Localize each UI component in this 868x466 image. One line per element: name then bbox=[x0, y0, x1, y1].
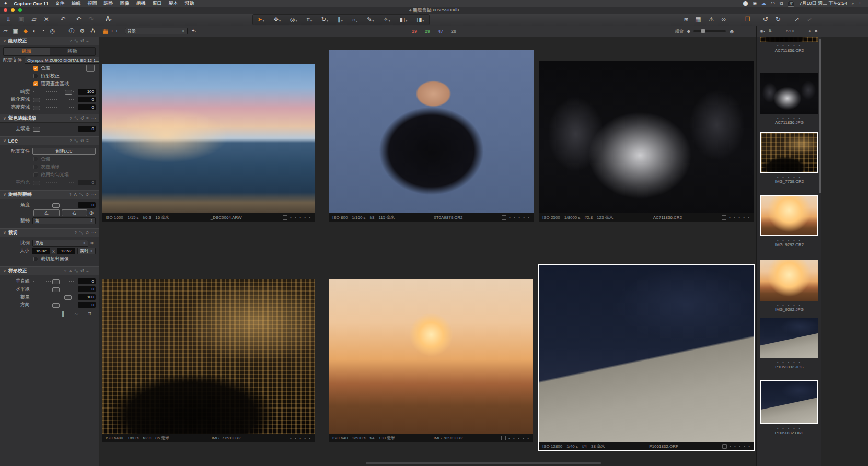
copy-adjustments-icon[interactable]: ⤡ bbox=[74, 138, 77, 144]
auto-adjust-icon[interactable]: A bbox=[74, 192, 77, 197]
straighten-tool-icon[interactable]: ↻▾ bbox=[317, 16, 333, 23]
more-icon[interactable]: ⋯ bbox=[91, 192, 96, 197]
notification-center-icon[interactable]: ≔ bbox=[859, 0, 864, 7]
edit-checkbox[interactable] bbox=[722, 444, 727, 449]
reset-icon[interactable]: ↺ bbox=[80, 269, 84, 274]
keystone-vertical-slider[interactable] bbox=[32, 278, 75, 285]
photo-thumbnail-beach-sunset[interactable] bbox=[102, 64, 315, 213]
checkbox-dust-removal[interactable] bbox=[33, 165, 38, 169]
filmstrip-item[interactable]: • • • • • AC711836.CR2 bbox=[757, 37, 821, 53]
white-balance-picker-icon[interactable]: ✧▾ bbox=[379, 16, 395, 23]
recipe-proofing-icon[interactable]: ∞ bbox=[717, 14, 730, 26]
edit-checkbox[interactable] bbox=[722, 215, 726, 220]
menu-window[interactable]: 窗口 bbox=[152, 0, 161, 7]
status-sync-icon[interactable]: ◉ bbox=[753, 0, 757, 7]
collapse-chevron-icon[interactable]: ∨ bbox=[3, 230, 6, 235]
details-tab-icon[interactable]: ◎ bbox=[50, 25, 55, 37]
library-tab-icon[interactable]: ▱ bbox=[3, 25, 7, 37]
browser-search-icon[interactable]: ⌕ bbox=[808, 29, 811, 34]
crop-tool-icon[interactable]: ⌗▾ bbox=[302, 16, 317, 23]
section-keystone[interactable]: ∨ 梯形校正 ?A⤡↺≡⋯ bbox=[0, 266, 99, 275]
filmstrip-item[interactable]: • • • • • IMG_9292.JPG bbox=[757, 260, 821, 312]
collapse-chevron-icon[interactable]: ∨ bbox=[3, 192, 6, 197]
rotate-right-button[interactable]: 右 bbox=[62, 209, 88, 216]
keystone-horizontal-value[interactable]: 0 bbox=[78, 286, 96, 292]
rating-dots[interactable]: • • • • • bbox=[290, 436, 311, 440]
browser-toggle-icon[interactable]: ❐ bbox=[741, 14, 754, 26]
more-icon[interactable]: ⋯ bbox=[91, 269, 96, 274]
defringe-slider[interactable] bbox=[32, 125, 75, 132]
menu-help[interactable]: 幫助 bbox=[184, 0, 194, 7]
crop-height-field[interactable]: 12.62 bbox=[57, 248, 75, 254]
menu-adjust[interactable]: 調整 bbox=[103, 0, 113, 7]
draw-mask-tool-icon[interactable]: ◧▾ bbox=[395, 16, 412, 23]
info-tab-icon[interactable]: ⓘ bbox=[68, 25, 74, 37]
undo-history-icon[interactable]: ↶ bbox=[73, 14, 85, 26]
heal-tool-icon[interactable]: ✎▾ bbox=[362, 16, 378, 23]
horizontal-scrollbar[interactable] bbox=[366, 462, 601, 464]
exposure-warning-icon[interactable]: ⚠ bbox=[705, 14, 718, 26]
checkbox-crop-outside-image[interactable] bbox=[33, 257, 38, 261]
cloud-icon[interactable]: ☁ bbox=[761, 0, 766, 7]
display-icon[interactable]: ⧉ bbox=[780, 0, 783, 7]
crop-width-field[interactable]: 16.82 bbox=[32, 248, 50, 254]
count-red[interactable]: 19 bbox=[412, 29, 417, 34]
export-icon[interactable]: ↗ bbox=[791, 14, 803, 26]
section-rotation-flip[interactable]: ∨ 旋轉與翻轉 ?A⤡↺⋯ bbox=[0, 190, 99, 199]
reset-icon[interactable]: ↺ bbox=[80, 138, 84, 144]
rating-dots[interactable]: • • • • • bbox=[757, 174, 821, 179]
crop-ratio-select[interactable]: 原始⇕ bbox=[32, 240, 88, 247]
copy-adjustments-icon[interactable]: ⤡ bbox=[79, 192, 83, 197]
more-icon[interactable]: ⋯ bbox=[91, 230, 96, 236]
count-green[interactable]: 29 bbox=[425, 29, 430, 34]
reset-icon[interactable]: ↺ bbox=[80, 116, 84, 121]
section-lcc[interactable]: ∨ LCC ?⤡↺≡⋯ bbox=[0, 136, 99, 145]
reset-icon[interactable]: ↺ bbox=[85, 230, 89, 236]
rating-dots[interactable]: • • • • • bbox=[509, 215, 530, 220]
import-arrow-icon[interactable]: ↙ bbox=[803, 14, 816, 26]
presets-icon[interactable]: ≡ bbox=[86, 116, 89, 121]
distortion-value[interactable]: 100 bbox=[78, 89, 96, 95]
workflow-tab-icon[interactable]: ⁂ bbox=[90, 25, 96, 37]
help-icon[interactable]: ? bbox=[70, 138, 72, 144]
keystone-horizontal-slider[interactable] bbox=[32, 286, 75, 293]
photo-thumbnail-portrait[interactable] bbox=[329, 50, 534, 213]
photo-thumbnail-city-night-car[interactable] bbox=[102, 279, 315, 434]
rating-dots[interactable]: • • • • • bbox=[757, 238, 821, 242]
help-icon[interactable]: ? bbox=[64, 269, 66, 274]
section-crop[interactable]: ∨ 裁切 ?⤡↺⋯ bbox=[0, 228, 99, 237]
photo-thumbnail-dancer-sunset[interactable] bbox=[329, 279, 533, 434]
count-blue[interactable]: 47 bbox=[438, 29, 443, 34]
loupe-tool-icon[interactable]: ◎▾ bbox=[285, 16, 302, 23]
uniform-light-value[interactable]: 0 bbox=[78, 180, 96, 185]
undo-icon[interactable]: ↶ bbox=[57, 14, 70, 26]
uniform-light-slider[interactable] bbox=[32, 179, 75, 186]
more-icon[interactable]: ⋯ bbox=[91, 116, 96, 121]
help-icon[interactable]: ? bbox=[70, 116, 72, 121]
filmstrip-item[interactable]: • • • • • AC711836.JPG bbox=[757, 73, 821, 125]
checkbox-hide-distorted-areas[interactable]: ✓ bbox=[33, 81, 38, 86]
help-icon[interactable]: ? bbox=[70, 39, 72, 44]
light-falloff-value[interactable]: 0 bbox=[78, 104, 96, 110]
collapse-chevron-icon[interactable]: ∨ bbox=[3, 116, 6, 121]
checkbox-color-cast[interactable] bbox=[33, 157, 38, 161]
photo-cell[interactable]: ISO 64001/60 sf/2.885 毫米 IMG_7759.CR2 • … bbox=[102, 279, 315, 442]
keystone-direction-slider[interactable] bbox=[32, 301, 75, 308]
create-lcc-button[interactable]: 創建LCC bbox=[32, 148, 96, 155]
rotate-ccw-icon[interactable]: ↺ bbox=[759, 14, 772, 26]
rating-dots[interactable]: • • • • • bbox=[757, 426, 821, 430]
app-menu[interactable]: Capture One 11 bbox=[14, 1, 48, 6]
delete-icon[interactable]: ✕ bbox=[40, 14, 53, 26]
browser-user-icon[interactable]: ☻ bbox=[814, 29, 818, 33]
styles-icon[interactable]: A▾ bbox=[102, 13, 115, 26]
flip-select[interactable]: 無⇕ bbox=[32, 217, 96, 224]
reset-icon[interactable]: ↺ bbox=[80, 39, 84, 44]
metadata-tab-icon[interactable]: ≡ bbox=[60, 25, 63, 37]
checkbox-chromatic-aberration[interactable]: ✓ bbox=[33, 66, 38, 71]
filmstrip-item[interactable]: • • • • • P1061832.JPG bbox=[757, 318, 821, 370]
crop-grid-icon[interactable]: ⌗ bbox=[88, 240, 96, 247]
spotlight-search-icon[interactable]: ⌕ bbox=[852, 0, 854, 7]
status-app-icon[interactable]: ⬤ bbox=[743, 0, 748, 7]
help-icon[interactable]: ? bbox=[69, 192, 71, 197]
rotate-cw-icon[interactable]: ↻ bbox=[772, 14, 784, 26]
